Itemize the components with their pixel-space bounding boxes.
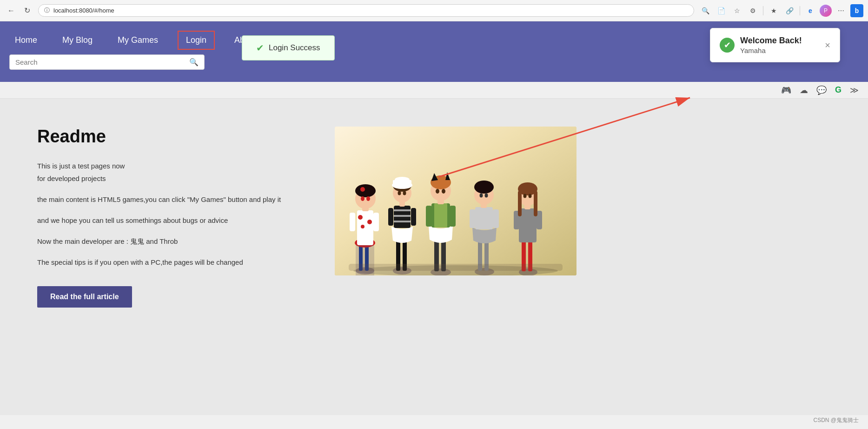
search-input[interactable] xyxy=(15,58,189,66)
extension-b-btn[interactable]: b xyxy=(850,4,863,17)
svg-point-18 xyxy=(361,196,364,201)
svg-rect-76 xyxy=(349,264,563,271)
svg-rect-27 xyxy=(394,221,411,222)
main-content: Readme This is just a test pages nowfor … xyxy=(0,99,868,415)
svg-rect-12 xyxy=(350,213,355,231)
toolbar-divider2 xyxy=(800,6,800,15)
bookmark-add-btn[interactable]: ☆ xyxy=(730,4,743,17)
reload-button[interactable]: ↻ xyxy=(20,4,33,17)
svg-point-48 xyxy=(436,189,439,194)
search-icon[interactable]: 🔍 xyxy=(189,58,199,67)
article-paragraph-1: This is just a test pages nowfor develop… xyxy=(37,160,307,185)
svg-rect-72 xyxy=(518,191,522,216)
anime-scene-svg xyxy=(335,127,576,275)
svg-point-61 xyxy=(480,194,483,198)
svg-rect-25 xyxy=(394,209,411,211)
more-menu-btn[interactable]: ⋯ xyxy=(835,4,848,17)
search-toolbar-btn[interactable]: 🔍 xyxy=(699,4,712,17)
toolbar-divider xyxy=(763,6,763,15)
svg-point-11 xyxy=(361,225,364,228)
profile-avatar[interactable]: P xyxy=(820,5,832,17)
svg-point-37 xyxy=(403,191,406,195)
avatar-letter: P xyxy=(824,7,828,14)
svg-rect-57 xyxy=(493,209,499,228)
anime-image xyxy=(335,127,576,275)
welcome-check-icon: ✔ xyxy=(720,38,735,53)
svg-rect-13 xyxy=(373,213,379,231)
collections-btn[interactable]: ★ xyxy=(767,4,780,17)
svg-point-9 xyxy=(358,215,363,220)
welcome-popup-title: Welcome Back! xyxy=(740,36,819,46)
svg-point-36 xyxy=(398,191,401,195)
nav-login[interactable]: Login xyxy=(178,31,215,50)
extensions-btn[interactable]: ⚙ xyxy=(746,4,759,17)
browser-chrome: ← ↻ ⓘ localhost:8080/#/home 🔍 📄 ☆ ⚙ ★ 🔗 … xyxy=(0,0,868,21)
svg-rect-44 xyxy=(450,206,456,227)
success-check-icon: ✔ xyxy=(256,42,264,54)
edge-icon[interactable]: e xyxy=(804,4,817,17)
address-bar[interactable]: ⓘ localhost:8080/#/home xyxy=(38,4,694,17)
back-button[interactable]: ← xyxy=(5,4,18,17)
article-section: Readme This is just a test pages nowfor … xyxy=(37,127,307,387)
svg-point-35 xyxy=(395,177,410,182)
svg-rect-28 xyxy=(388,208,393,226)
svg-point-19 xyxy=(366,196,370,201)
login-success-text: Login Success xyxy=(269,43,320,53)
svg-point-10 xyxy=(367,220,372,224)
reader-btn[interactable]: 📄 xyxy=(715,4,728,17)
welcome-popup: ✔ Welcome Back! Yamaha × xyxy=(710,28,840,62)
welcome-popup-subtitle: Yamaha xyxy=(740,47,819,54)
cloud-btn[interactable]: ☁ xyxy=(798,84,810,96)
article-paragraph-5: The special tips is if you open with a P… xyxy=(37,256,307,268)
game-controller-btn[interactable]: 🎮 xyxy=(779,84,793,96)
extra-btn[interactable]: ≫ xyxy=(848,84,861,96)
chat-btn[interactable]: 💬 xyxy=(815,84,828,96)
article-body: This is just a test pages nowfor develop… xyxy=(37,160,307,268)
svg-point-49 xyxy=(442,189,445,194)
nav-myblog[interactable]: My Blog xyxy=(57,32,98,49)
svg-rect-20 xyxy=(356,245,374,275)
welcome-popup-close-btn[interactable]: × xyxy=(825,40,830,50)
grammarly-btn[interactable]: G xyxy=(833,84,843,96)
url-text: localhost:8080/#/home xyxy=(53,7,688,14)
article-paragraph-4: Now the main developer are : 鬼鬼 and Thro… xyxy=(37,235,307,248)
welcome-popup-text: Welcome Back! Yamaha xyxy=(740,36,819,54)
article-title: Readme xyxy=(37,127,307,147)
article-paragraph-2: the main content is HTML5 games,you can … xyxy=(37,193,307,206)
svg-rect-43 xyxy=(426,206,432,227)
svg-point-17 xyxy=(360,187,365,192)
svg-point-75 xyxy=(529,194,532,198)
image-section xyxy=(335,127,576,387)
footer-text: CSDN @鬼鬼骑士 xyxy=(813,416,859,424)
nav-home[interactable]: Home xyxy=(9,32,43,49)
browser-toolbar-right: 🔍 📄 ☆ ⚙ ★ 🔗 e P ⋯ b xyxy=(699,4,863,17)
browser-nav-buttons: ← ↻ xyxy=(5,4,33,17)
svg-point-60 xyxy=(474,181,494,194)
welcome-popup-header: ✔ Welcome Back! Yamaha × xyxy=(720,36,830,54)
svg-rect-29 xyxy=(411,208,416,226)
read-more-button[interactable]: Read the full article xyxy=(37,286,132,308)
login-success-banner: ✔ Login Success xyxy=(242,35,335,60)
nav-mygames[interactable]: My Games xyxy=(112,32,164,49)
svg-rect-42 xyxy=(434,203,447,228)
lock-icon: ⓘ xyxy=(44,7,50,14)
share-btn[interactable]: 🔗 xyxy=(783,4,796,17)
article-paragraph-3: and we hope you can tell us somethings a… xyxy=(37,214,307,227)
svg-rect-55 xyxy=(475,207,493,229)
svg-point-62 xyxy=(485,194,488,198)
browser-bottom-bar: 🎮 ☁ 💬 G ≫ xyxy=(0,82,868,99)
svg-rect-73 xyxy=(534,191,537,216)
search-container: 🔍 xyxy=(9,54,205,70)
svg-point-16 xyxy=(355,184,376,197)
svg-point-74 xyxy=(523,194,527,198)
svg-rect-56 xyxy=(470,209,476,228)
svg-rect-26 xyxy=(394,215,411,217)
